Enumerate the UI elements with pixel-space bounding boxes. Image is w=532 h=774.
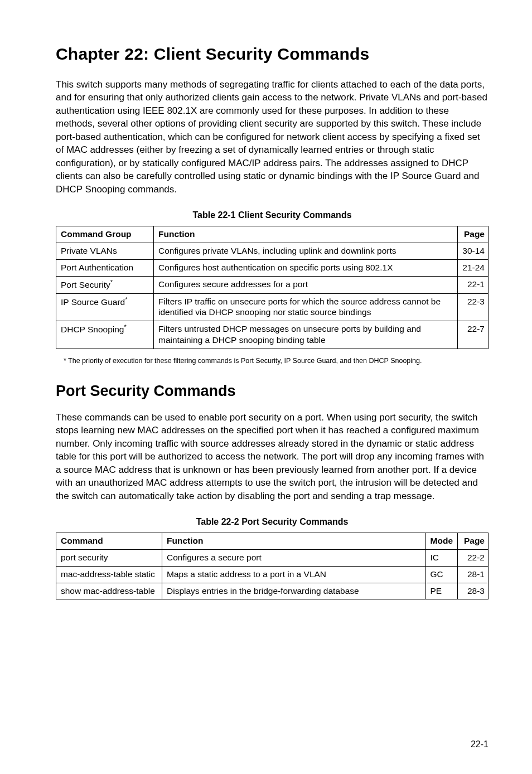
table-1-cell-page: 22-3 [458, 293, 489, 321]
table-2-row: mac-address-table staticMaps a static ad… [56, 566, 489, 583]
table-2-cell-page: 28-3 [458, 583, 489, 599]
table-1-row: Port AuthenticationConfigures host authe… [56, 259, 489, 276]
table-2-cell-command: mac-address-table static [56, 566, 162, 583]
table-2-header-row: Command Function Mode Page [56, 533, 489, 550]
table-1-footnote: * The priority of execution for these fi… [64, 357, 489, 365]
section-body: These commands can be used to enable por… [56, 411, 489, 502]
table-1-caption: Table 22-1 Client Security Commands [56, 210, 489, 220]
footnote-marker: * [125, 296, 127, 303]
table-2-row: show mac-address-tableDisplays entries i… [56, 583, 489, 599]
table-2: Command Function Mode Page port security… [56, 533, 489, 599]
table-2-cell-page: 22-2 [458, 549, 489, 566]
table-2-cell-mode: GC [425, 566, 457, 583]
table-1-cell-function: Configures private VLANs, including upli… [154, 243, 458, 259]
footnote-marker: * [110, 279, 113, 286]
table-2-header-command: Command [56, 533, 162, 550]
table-1-header-row: Command Group Function Page [56, 226, 489, 243]
table-1-header-group: Command Group [56, 226, 154, 243]
table-1-cell-page: 22-7 [458, 321, 489, 349]
table-2-cell-command: port security [56, 549, 162, 566]
table-1-cell-page: 21-24 [458, 259, 489, 276]
page-number: 22-1 [471, 739, 489, 749]
section-title: Port Security Commands [56, 383, 489, 400]
table-1-header-function: Function [154, 226, 458, 243]
table-2-cell-page: 28-1 [458, 566, 489, 583]
table-1-row: DHCP Snooping*Filters untrusted DHCP mes… [56, 321, 489, 349]
table-1-cell-page: 22-1 [458, 276, 489, 293]
table-2-caption: Table 22-2 Port Security Commands [56, 517, 489, 527]
chapter-title: Chapter 22: Client Security Commands [56, 45, 489, 64]
table-2-header-page: Page [458, 533, 489, 550]
table-1-row: IP Source Guard*Filters IP traffic on un… [56, 293, 489, 321]
table-2-cell-function: Maps a static address to a port in a VLA… [162, 566, 426, 583]
table-1-cell-function: Filters untrusted DHCP messages on unsec… [154, 321, 458, 349]
table-2-cell-function: Displays entries in the bridge-forwardin… [162, 583, 426, 599]
table-2-header-mode: Mode [425, 533, 457, 550]
table-1-cell-group: Port Security* [56, 276, 154, 293]
table-1-row: Port Security*Configures secure addresse… [56, 276, 489, 293]
footnote-marker: * [124, 323, 126, 330]
table-2-row: port securityConfigures a secure portIC2… [56, 549, 489, 566]
table-2-cell-mode: PE [425, 583, 457, 599]
chapter-intro: This switch supports many methods of seg… [56, 78, 489, 196]
table-1-header-page: Page [458, 226, 489, 243]
table-1-cell-group: DHCP Snooping* [56, 321, 154, 349]
table-1: Command Group Function Page Private VLAN… [56, 226, 489, 349]
table-2-cell-function: Configures a secure port [162, 549, 426, 566]
table-1-row: Private VLANsConfigures private VLANs, i… [56, 243, 489, 259]
table-1-cell-function: Filters IP traffic on unsecure ports for… [154, 293, 458, 321]
table-2-cell-mode: IC [425, 549, 457, 566]
table-1-cell-group: Private VLANs [56, 243, 154, 259]
table-1-cell-function: Configures secure addresses for a port [154, 276, 458, 293]
table-2-header-function: Function [162, 533, 426, 550]
table-1-cell-function: Configures host authentication on specif… [154, 259, 458, 276]
table-1-cell-group: IP Source Guard* [56, 293, 154, 321]
table-1-cell-group: Port Authentication [56, 259, 154, 276]
table-1-cell-page: 30-14 [458, 243, 489, 259]
table-2-cell-command: show mac-address-table [56, 583, 162, 599]
